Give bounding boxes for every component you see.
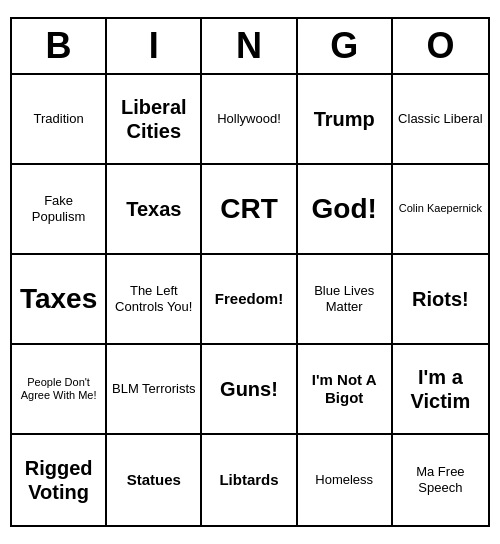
bingo-grid: TraditionLiberal CitiesHollywood!TrumpCl… (12, 75, 488, 525)
bingo-cell-15[interactable]: People Don't Agree With Me! (12, 345, 107, 435)
bingo-cell-18[interactable]: I'm Not A Bigot (298, 345, 393, 435)
bingo-cell-8[interactable]: God! (298, 165, 393, 255)
bingo-cell-21[interactable]: Statues (107, 435, 202, 525)
bingo-cell-6[interactable]: Texas (107, 165, 202, 255)
bingo-cell-20[interactable]: Rigged Voting (12, 435, 107, 525)
bingo-cell-5[interactable]: Fake Populism (12, 165, 107, 255)
header-i: I (107, 19, 202, 73)
bingo-cell-23[interactable]: Homeless (298, 435, 393, 525)
bingo-cell-24[interactable]: Ma Free Speech (393, 435, 488, 525)
bingo-cell-22[interactable]: Libtards (202, 435, 297, 525)
bingo-cell-4[interactable]: Classic Liberal (393, 75, 488, 165)
header-b: B (12, 19, 107, 73)
bingo-cell-10[interactable]: Taxes (12, 255, 107, 345)
bingo-cell-14[interactable]: Riots! (393, 255, 488, 345)
bingo-cell-16[interactable]: BLM Terrorists (107, 345, 202, 435)
bingo-cell-9[interactable]: Colin Kaepernick (393, 165, 488, 255)
bingo-cell-1[interactable]: Liberal Cities (107, 75, 202, 165)
header-n: N (202, 19, 297, 73)
bingo-cell-17[interactable]: Guns! (202, 345, 297, 435)
bingo-cell-2[interactable]: Hollywood! (202, 75, 297, 165)
bingo-card: B I N G O TraditionLiberal CitiesHollywo… (10, 17, 490, 527)
bingo-cell-3[interactable]: Trump (298, 75, 393, 165)
bingo-cell-0[interactable]: Tradition (12, 75, 107, 165)
bingo-cell-12[interactable]: Freedom! (202, 255, 297, 345)
bingo-header: B I N G O (12, 19, 488, 75)
bingo-cell-11[interactable]: The Left Controls You! (107, 255, 202, 345)
bingo-cell-7[interactable]: CRT (202, 165, 297, 255)
bingo-cell-13[interactable]: Blue Lives Matter (298, 255, 393, 345)
header-g: G (298, 19, 393, 73)
bingo-cell-19[interactable]: I'm a Victim (393, 345, 488, 435)
header-o: O (393, 19, 488, 73)
